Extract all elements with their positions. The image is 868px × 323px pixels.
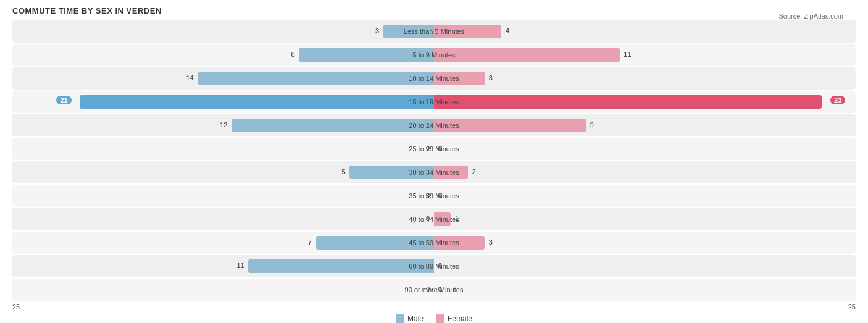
female-value: 23 (830, 96, 845, 104)
chart-row: 60 to 89 Minutes110 (12, 255, 856, 277)
male-value: 0 (426, 285, 430, 293)
male-bar (232, 119, 434, 132)
chart-row: 35 to 39 Minutes00 (12, 185, 856, 207)
female-bar (434, 212, 451, 226)
chart-row: 30 to 34 Minutes52 (12, 161, 856, 183)
female-value: 0 (438, 285, 442, 293)
chart-row: 5 to 9 Minutes811 (12, 44, 856, 66)
male-value: 3 (375, 27, 379, 35)
chart-row: 15 to 19 Minutes2123 (12, 91, 856, 113)
source-label: Source: ZipAtlas.com (778, 12, 843, 20)
female-value: 11 (624, 51, 631, 58)
female-value: 0 (438, 191, 442, 199)
male-label: Male (407, 314, 424, 323)
female-bar (434, 25, 501, 38)
row-label: 90 or more Minutes (405, 286, 464, 293)
legend-male: Male (396, 314, 424, 323)
chart-title: COMMUTE TIME BY SEX IN VERDEN (12, 6, 856, 15)
male-swatch (396, 314, 404, 323)
axis-row: 25 25 (12, 303, 856, 311)
male-value: 7 (308, 238, 312, 246)
chart-row: 45 to 59 Minutes73 (12, 232, 856, 254)
chart-container: Less than 5 Minutes345 to 9 Minutes81110… (12, 20, 856, 323)
male-value: 0 (426, 191, 430, 199)
female-bar (434, 166, 468, 179)
female-label: Female (448, 314, 472, 323)
male-value: 0 (426, 145, 430, 152)
male-bar (316, 236, 434, 250)
male-bar (383, 25, 434, 38)
female-value: 3 (489, 74, 493, 82)
female-bar (434, 72, 485, 85)
chart-row: 40 to 44 Minutes01 (12, 208, 856, 230)
male-bar (349, 166, 434, 179)
male-bar (80, 95, 434, 109)
male-value: 14 (186, 74, 193, 82)
female-bar (434, 119, 586, 132)
male-bar (248, 259, 434, 273)
chart-row: 10 to 14 Minutes143 (12, 67, 856, 90)
row-label: 35 to 39 Minutes (409, 192, 459, 199)
female-value: 3 (489, 238, 493, 246)
male-value: 0 (426, 215, 430, 222)
female-bar (434, 48, 620, 62)
male-value: 11 (236, 262, 244, 269)
female-bar (434, 236, 485, 250)
female-bar (434, 95, 822, 109)
female-value: 0 (438, 262, 442, 269)
chart-row: Less than 5 Minutes34 (12, 20, 856, 43)
chart-row: 90 or more Minutes00 (12, 279, 856, 301)
axis-left: 25 (12, 303, 20, 311)
female-value: 4 (506, 27, 509, 35)
female-value: 0 (438, 145, 442, 152)
male-bar (198, 72, 434, 85)
legend-female: Female (436, 314, 472, 323)
male-value: 21 (56, 96, 71, 104)
row-label: 25 to 29 Minutes (409, 145, 459, 153)
male-bar (299, 48, 434, 62)
chart-row: 25 to 29 Minutes00 (12, 138, 856, 160)
legend: Male Female (12, 314, 856, 323)
female-swatch (436, 314, 444, 323)
female-value: 9 (590, 121, 594, 128)
chart-row: 20 to 24 Minutes129 (12, 114, 856, 136)
male-value: 8 (291, 51, 295, 58)
female-value: 2 (472, 168, 475, 175)
male-value: 12 (220, 121, 227, 128)
axis-right: 25 (848, 303, 856, 311)
female-value: 1 (455, 215, 459, 222)
male-value: 5 (341, 168, 345, 175)
